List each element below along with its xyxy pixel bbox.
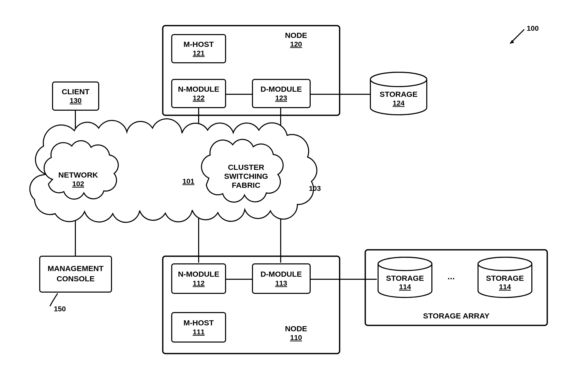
- node-top-ref: 120: [290, 40, 302, 48]
- mhost-top-label: M-HOST: [184, 40, 214, 48]
- storage-top: STORAGE 124: [370, 72, 427, 115]
- csf-cloud: CLUSTER SWITCHING FABRIC: [201, 139, 283, 202]
- nmod-bottom-label: N-MODULE: [178, 270, 219, 278]
- svg-point-8: [378, 257, 432, 271]
- dmod-bottom-ref: 113: [275, 279, 287, 287]
- nmod-top-label: N-MODULE: [178, 85, 219, 93]
- storage-array-item-1: STORAGE 114: [378, 257, 432, 297]
- client-ref: 130: [70, 97, 82, 105]
- nmod-bottom-box: [172, 264, 226, 293]
- svg-text:114: 114: [499, 283, 511, 291]
- csf-ref: 103: [309, 184, 321, 192]
- nmod-bottom-ref: 112: [193, 279, 205, 287]
- csf-line1: CLUSTER: [228, 163, 264, 171]
- storage-top-label: STORAGE: [380, 90, 418, 98]
- mgmt-label1: MANAGEMENT: [48, 264, 104, 273]
- nmod-top-box: [172, 79, 226, 108]
- storage-array-ellipsis: ...: [448, 271, 455, 281]
- dmod-top-label: D-MODULE: [260, 85, 302, 93]
- dmod-top-box: [252, 79, 310, 108]
- mhost-bottom-ref: 111: [193, 328, 205, 336]
- svg-text:STORAGE: STORAGE: [486, 274, 524, 282]
- dmod-top-ref: 123: [275, 94, 287, 102]
- network-cloud-ref: 102: [72, 180, 84, 188]
- mgmt-ref: 150: [54, 305, 66, 313]
- mgmt-label2: CONSOLE: [57, 274, 95, 283]
- node-bottom: N-MODULE 112 D-MODULE 113 M-HOST 111 NOD…: [163, 256, 340, 354]
- csf-line3: FABRIC: [232, 181, 260, 189]
- mhost-top-box: [172, 35, 226, 63]
- client-box: CLIENT 130: [53, 82, 99, 110]
- node-top: NODE 120 M-HOST 121 N-MODULE 122 D-MODUL…: [163, 26, 340, 115]
- network-region-ref: 101: [182, 177, 195, 185]
- svg-point-12: [478, 257, 532, 271]
- figure-ref: 100: [527, 24, 539, 32]
- svg-text:STORAGE: STORAGE: [386, 274, 424, 282]
- system-diagram: 101 NETWORK 102 CLUSTER SWITCHING FABRIC…: [0, 0, 578, 392]
- leader-100: [510, 29, 524, 44]
- node-bottom-label: NODE: [285, 324, 307, 333]
- nmod-top-ref: 122: [193, 94, 205, 102]
- management-console-box: MANAGEMENT CONSOLE: [40, 256, 111, 292]
- csf-line2: SWITCHING: [224, 172, 268, 180]
- mhost-bottom-box: [172, 313, 226, 342]
- svg-rect-0: [53, 82, 99, 110]
- storage-array-label: STORAGE ARRAY: [423, 312, 490, 320]
- mhost-bottom-label: M-HOST: [184, 318, 214, 327]
- mhost-top-ref: 121: [193, 49, 205, 57]
- network-cloud: NETWORK 102: [44, 141, 118, 199]
- node-bottom-ref: 110: [290, 334, 302, 342]
- svg-point-4: [370, 72, 427, 87]
- dmod-bottom-box: [252, 264, 310, 293]
- svg-text:114: 114: [399, 283, 411, 291]
- client-label: CLIENT: [62, 87, 89, 96]
- storage-array: STORAGE 114 ... STORAGE 114 STORAGE ARRA…: [365, 250, 547, 325]
- storage-array-item-2: STORAGE 114: [478, 257, 532, 297]
- dmod-bottom-label: D-MODULE: [260, 270, 302, 278]
- node-top-label: NODE: [285, 31, 307, 39]
- storage-top-ref: 124: [393, 99, 405, 107]
- network-cloud-label: NETWORK: [58, 171, 98, 179]
- leader-150: [50, 293, 58, 306]
